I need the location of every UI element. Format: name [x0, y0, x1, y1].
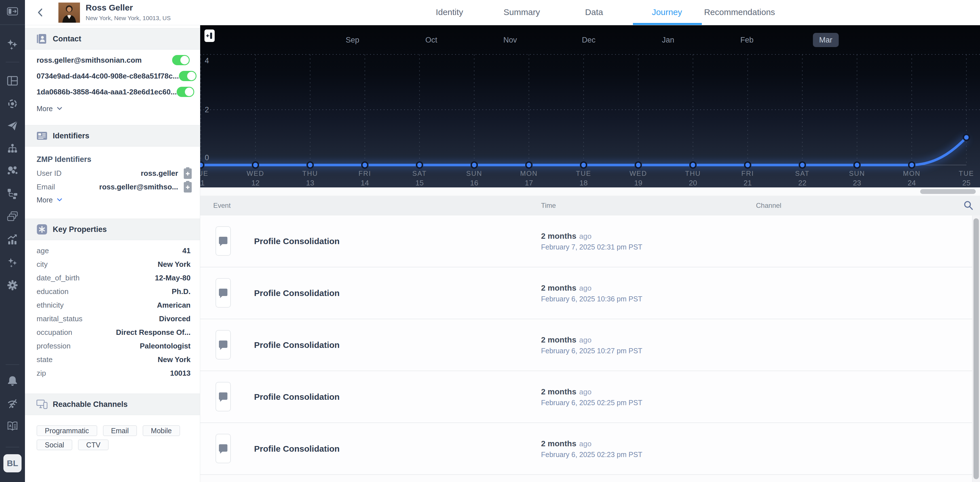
tab[interactable]: Summary [504, 0, 540, 24]
event-timestamp: February 6, 2025 02:25 pm PST [541, 398, 642, 407]
svg-text:24: 24 [908, 179, 916, 187]
relative-time: 2 months [541, 439, 576, 448]
tab[interactable]: Recommendations [704, 0, 775, 24]
property-value: New York [158, 260, 191, 269]
back-button[interactable] [36, 7, 44, 19]
month-label[interactable]: Nov [497, 33, 523, 47]
property-value: 12-May-80 [155, 274, 191, 282]
svg-text:TUE: TUE [200, 170, 208, 177]
identifier-label: Email [37, 183, 55, 191]
property-value: Paleontologist [140, 342, 191, 350]
contact-card-icon [36, 33, 48, 45]
chart-increase-icon[interactable] [0, 232, 25, 247]
horizontal-scroll-thumb[interactable] [920, 189, 976, 194]
event-row[interactable]: Profile Consolidation 2 monthsago Februa… [200, 319, 972, 371]
vertical-scroll-thumb[interactable] [974, 218, 979, 479]
svg-text:SUN: SUN [466, 170, 482, 177]
contact-toggle[interactable] [179, 71, 197, 81]
ago-label: ago [579, 232, 591, 240]
event-name: Profile Consolidation [254, 267, 340, 319]
message-icon [218, 339, 229, 350]
channel-chip: CTV [78, 439, 108, 450]
rail-divider [6, 447, 19, 447]
knowledge-book-icon[interactable] [0, 419, 25, 434]
cluster-icon[interactable] [0, 163, 25, 178]
copy-clipboard-icon[interactable] [182, 180, 193, 193]
section-title: Contact [53, 35, 81, 43]
relative-time: 2 months [541, 231, 576, 240]
sparkles-icon[interactable] [0, 37, 25, 52]
signal-icon[interactable] [0, 396, 25, 411]
event-type-card [215, 226, 231, 256]
rail-divider [6, 364, 19, 365]
workflow-icon[interactable] [0, 186, 25, 201]
sitemap-icon[interactable] [0, 142, 25, 156]
event-name: Profile Consolidation [254, 215, 340, 267]
contact-toggle[interactable] [172, 55, 190, 65]
relative-time: 2 months [541, 283, 576, 292]
identifier-value: ross.geller [141, 169, 178, 178]
svg-text:SUN: SUN [849, 170, 865, 177]
stacked-cards-icon[interactable] [0, 209, 25, 224]
event-time: 2 monthsago February 6, 2025 02:25 pm PS… [541, 387, 642, 407]
ago-label: ago [579, 439, 591, 448]
contact-item: 0734e9ad-da44-4c00-908e-c8e8a51f78c... [25, 68, 200, 84]
profile-location: New York, New York, 10013, US [86, 15, 171, 22]
month-label[interactable]: Dec [576, 33, 602, 47]
identifiers-more-link[interactable]: More [37, 194, 62, 206]
collapse-panel-icon[interactable] [0, 4, 25, 19]
svg-text:25: 25 [963, 179, 970, 187]
key-properties-section-header: Key Properties [25, 219, 200, 240]
property-value: Direct Response Of... [116, 328, 191, 337]
svg-text:FRI: FRI [358, 170, 371, 177]
send-icon[interactable] [0, 118, 25, 133]
user-avatar[interactable]: BL [3, 454, 22, 472]
tab[interactable]: Data [585, 0, 603, 24]
event-row[interactable]: Profile Consolidation 2 monthsago Februa… [200, 371, 972, 423]
month-label[interactable]: Oct [419, 33, 444, 47]
reachable-channels-section-header: Reachable Channels [25, 393, 200, 415]
svg-text:15: 15 [415, 179, 424, 187]
contact-toggle[interactable] [177, 87, 194, 97]
event-time: 2 monthsago February 6, 2025 02:23 pm PS… [541, 439, 642, 458]
expand-panel-icon[interactable] [204, 30, 215, 42]
property-row: occupation Direct Response Of... [25, 326, 200, 339]
month-label[interactable]: Mar [813, 33, 839, 47]
property-row: education Ph.D. [25, 285, 200, 298]
y-tick-label: 0 [205, 153, 209, 163]
event-row[interactable]: Profile Consolidation 2 monthsago Februa… [200, 215, 972, 267]
sparkles-small-icon[interactable] [0, 255, 25, 270]
event-row[interactable]: Profile Consolidation 2 monthsago Februa… [200, 267, 972, 319]
copy-clipboard-icon[interactable] [182, 167, 193, 180]
property-value: Divorced [159, 315, 191, 323]
svg-text:18: 18 [580, 179, 588, 187]
channel-chip: Mobile [143, 425, 180, 436]
notifications-bell-icon[interactable] [0, 374, 25, 388]
svg-text:WED: WED [247, 170, 264, 177]
nav-rail: BL [0, 0, 25, 482]
property-row: zip 10013 [25, 366, 200, 380]
message-icon [218, 287, 229, 299]
event-name: Profile Consolidation [254, 371, 340, 422]
tab[interactable]: Journey [652, 0, 682, 24]
month-label[interactable]: Feb [734, 33, 760, 47]
event-timestamp: February 6, 2025 02:23 pm PST [541, 450, 642, 458]
property-label: date_of_birth [37, 274, 80, 282]
tab[interactable]: Identity [436, 0, 463, 24]
dashboard-icon[interactable] [0, 73, 25, 88]
property-value: 10013 [170, 369, 191, 378]
month-label[interactable]: Sep [339, 33, 366, 47]
settings-gear-icon[interactable] [0, 278, 25, 293]
target-icon[interactable] [0, 96, 25, 111]
property-row: date_of_birth 12-May-80 [25, 271, 200, 285]
contact-value: 1da0686b-3858-464a-aaa1-28e6d1ec60... [37, 87, 177, 96]
event-row[interactable]: Profile Consolidation 2 monthsago Februa… [200, 423, 972, 475]
section-title: Key Properties [53, 225, 107, 234]
property-value: 41 [182, 247, 191, 255]
ago-label: ago [579, 387, 591, 396]
contact-more-link[interactable]: More [37, 102, 62, 115]
property-row: marital_status Divorced [25, 312, 200, 326]
month-label[interactable]: Jan [655, 33, 681, 47]
search-icon[interactable] [963, 200, 974, 212]
ago-label: ago [579, 336, 591, 344]
